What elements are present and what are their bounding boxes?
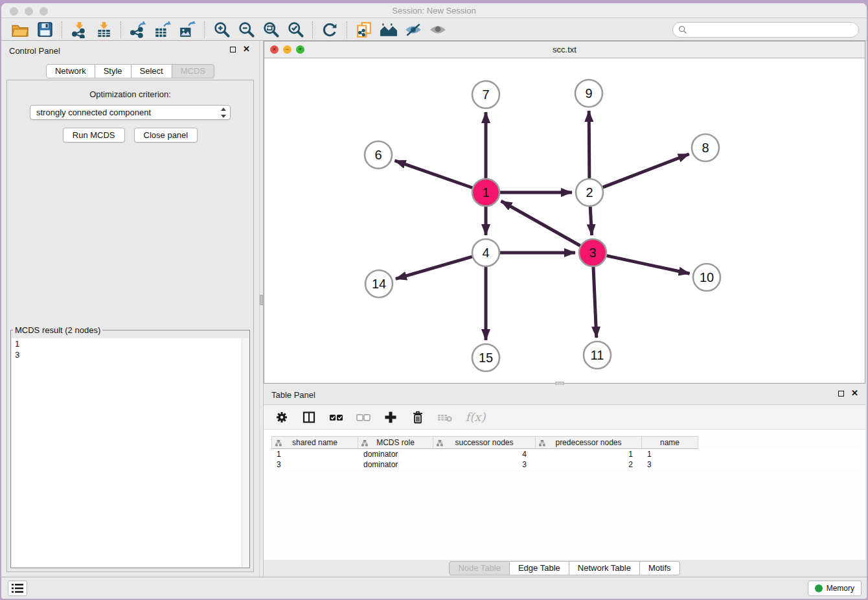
tab-style[interactable]: Style bbox=[95, 64, 131, 78]
export-network-button[interactable] bbox=[126, 20, 150, 40]
graph-node-1[interactable]: 1 bbox=[472, 179, 499, 206]
toolbar-separator bbox=[204, 21, 205, 38]
open-session-button[interactable] bbox=[8, 20, 32, 40]
show-panels-icon bbox=[429, 21, 447, 39]
trash-icon bbox=[411, 411, 424, 424]
search-input[interactable] bbox=[691, 24, 853, 35]
delete-table-button[interactable] bbox=[437, 410, 453, 425]
graph-node-15[interactable]: 15 bbox=[472, 344, 499, 371]
table-cell: dominator bbox=[358, 449, 433, 459]
graph-edge-3-10[interactable] bbox=[607, 256, 690, 274]
main-toolbar bbox=[1, 19, 867, 41]
deselect-all-rows-button[interactable] bbox=[356, 410, 371, 425]
graph-edge-3-11[interactable] bbox=[593, 267, 597, 338]
memory-button[interactable]: Memory bbox=[808, 581, 862, 596]
graph-node-11[interactable]: 11 bbox=[584, 341, 611, 369]
refresh-button[interactable] bbox=[317, 20, 342, 40]
float-panel-icon[interactable] bbox=[230, 47, 236, 52]
network-canvas[interactable]: 7968124314101511 bbox=[264, 58, 865, 383]
graph-node-10[interactable]: 10 bbox=[693, 264, 720, 291]
save-session-button[interactable] bbox=[32, 20, 57, 40]
result-scrollbar[interactable] bbox=[242, 338, 249, 567]
add-row-button[interactable] bbox=[383, 410, 398, 425]
table-settings-button[interactable] bbox=[274, 410, 290, 425]
app-titlebar: Session: New Session bbox=[1, 3, 867, 18]
app-title: Session: New Session bbox=[1, 6, 867, 16]
show-panels-button[interactable] bbox=[426, 20, 450, 40]
tab-edge-table[interactable]: Edge Table bbox=[509, 561, 569, 575]
tab-motifs[interactable]: Motifs bbox=[639, 561, 680, 575]
graph-node-6[interactable]: 6 bbox=[365, 141, 392, 168]
memory-status-icon bbox=[815, 584, 823, 592]
column-header-MCDS-role[interactable]: MCDS role bbox=[358, 436, 433, 449]
column-header-successor-nodes[interactable]: successor nodes bbox=[433, 436, 536, 449]
unchecked-boxes-icon bbox=[356, 411, 371, 424]
table-panel-title: Table Panel bbox=[271, 390, 315, 400]
zoom-in-button[interactable] bbox=[209, 20, 234, 40]
graph-edge-2-9[interactable] bbox=[589, 111, 589, 178]
graph-node-3[interactable]: 3 bbox=[579, 239, 606, 266]
float-table-panel-icon[interactable] bbox=[838, 391, 844, 397]
vertical-splitter-grip[interactable] bbox=[260, 295, 263, 305]
toolbar-separator bbox=[347, 21, 347, 38]
column-header-label: MCDS role bbox=[376, 438, 415, 447]
vertical-splitter[interactable] bbox=[259, 41, 264, 577]
criterion-dropdown[interactable]: strongly connected component bbox=[30, 105, 231, 120]
close-panel-button[interactable]: Close panel bbox=[134, 128, 198, 143]
tab-network-table[interactable]: Network Table bbox=[569, 561, 640, 575]
task-history-button[interactable] bbox=[8, 581, 27, 596]
graph-edge-4-14[interactable] bbox=[396, 257, 472, 279]
export-table-button[interactable] bbox=[150, 20, 175, 40]
hide-panels-button[interactable] bbox=[401, 20, 426, 40]
tab-select[interactable]: Select bbox=[131, 64, 172, 78]
mcds-result-area[interactable]: 13 bbox=[12, 338, 249, 567]
export-image-button[interactable] bbox=[175, 20, 200, 40]
zoom-out-button[interactable] bbox=[234, 20, 258, 40]
close-table-panel-icon[interactable]: ✕ bbox=[851, 388, 858, 398]
graph-node-2[interactable]: 2 bbox=[576, 179, 603, 206]
apply-function-button[interactable]: f(x) bbox=[464, 410, 486, 425]
zoom-selected-button[interactable] bbox=[283, 20, 308, 40]
graph-edge-2-3[interactable] bbox=[590, 207, 591, 235]
column-header-shared-name[interactable]: shared name bbox=[271, 436, 358, 449]
tab-network[interactable]: Network bbox=[46, 64, 95, 78]
tab-node-table[interactable]: Node Table bbox=[449, 561, 510, 575]
graph-node-9[interactable]: 9 bbox=[575, 80, 602, 107]
graph-edge-3-1[interactable] bbox=[501, 201, 580, 246]
zoom-fit-icon bbox=[262, 21, 280, 38]
graph-edge-1-6[interactable] bbox=[394, 161, 472, 188]
column-header-predecessor-nodes[interactable]: predecessor nodes bbox=[536, 436, 642, 449]
duplicate-network-button[interactable] bbox=[352, 20, 376, 40]
network-window-titlebar: × − + scc.txt bbox=[264, 41, 865, 58]
duplicate-network-icon bbox=[356, 21, 372, 38]
column-header-name[interactable]: name bbox=[642, 436, 698, 449]
refresh-icon bbox=[321, 21, 338, 38]
svg-text:1: 1 bbox=[482, 185, 489, 200]
close-panel-icon[interactable]: ✕ bbox=[243, 44, 250, 54]
plus-icon bbox=[384, 411, 397, 424]
select-all-rows-button[interactable] bbox=[328, 410, 344, 425]
graph-node-14[interactable]: 14 bbox=[365, 270, 393, 297]
tab-mcds[interactable]: MCDS bbox=[172, 64, 214, 78]
graph-node-8[interactable]: 8 bbox=[692, 134, 719, 161]
show-columns-button[interactable] bbox=[301, 410, 317, 425]
import-network-button[interactable] bbox=[67, 20, 91, 40]
column-header-label: shared name bbox=[292, 438, 337, 447]
graph-node-7[interactable]: 7 bbox=[472, 81, 499, 108]
column-header-label: name bbox=[660, 438, 680, 447]
table-panel-header: Table Panel ✕ bbox=[264, 385, 865, 403]
network-window-title: scc.txt bbox=[264, 45, 865, 54]
table-toolbar: f(x) bbox=[264, 405, 865, 430]
network-home-button[interactable] bbox=[376, 20, 401, 40]
import-table-button[interactable] bbox=[91, 20, 116, 40]
graph-node-4[interactable]: 4 bbox=[472, 239, 499, 266]
graph-edge-2-8[interactable] bbox=[603, 154, 689, 187]
run-mcds-button[interactable]: Run MCDS bbox=[63, 128, 125, 143]
table-row[interactable]: 1dominator411 bbox=[271, 449, 860, 459]
delete-rows-button[interactable] bbox=[410, 410, 426, 425]
table-row[interactable]: 3dominator323 bbox=[271, 459, 860, 470]
control-panel-title: Control Panel bbox=[9, 46, 60, 56]
network-home-icon bbox=[380, 21, 398, 39]
zoom-fit-button[interactable] bbox=[258, 20, 283, 40]
network-graph[interactable]: 7968124314101511 bbox=[264, 58, 865, 383]
